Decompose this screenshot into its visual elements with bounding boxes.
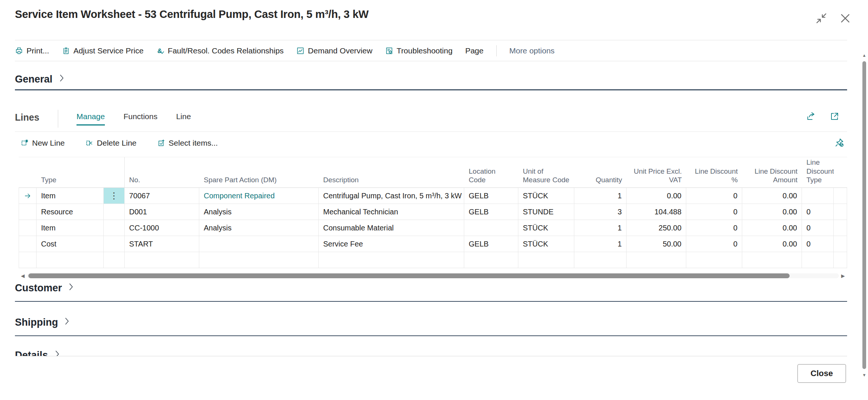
cell-description[interactable]: [319, 252, 464, 268]
cell-line-discount-type[interactable]: 0: [802, 236, 834, 252]
cell-unit-of-measure-code[interactable]: STÜCK: [518, 188, 574, 204]
cell-location-code[interactable]: GELB: [464, 188, 518, 204]
cell-description[interactable]: Consumable Material: [319, 220, 464, 236]
section-shipping[interactable]: Shipping: [15, 317, 71, 328]
column-header-unit-price-excl-vat[interactable]: Unit Price Excl. VAT: [627, 157, 686, 187]
unpin-icon[interactable]: [834, 137, 844, 148]
vscroll-thumb[interactable]: [862, 61, 866, 369]
cell-unit-price[interactable]: [627, 252, 686, 268]
cell-no[interactable]: 70067: [125, 188, 199, 204]
scroll-down-icon[interactable]: ▼: [861, 373, 867, 377]
cell-line-discount-pct[interactable]: [686, 252, 742, 268]
cell-quantity[interactable]: 3: [574, 204, 627, 220]
hscroll-thumb[interactable]: [28, 273, 790, 278]
cell-quantity[interactable]: 1: [574, 188, 627, 204]
cell-unit-price[interactable]: 104.488: [627, 204, 686, 220]
new-line-button[interactable]: New Line: [21, 139, 65, 148]
scroll-up-icon[interactable]: ▲: [861, 53, 867, 58]
cell-no[interactable]: D001: [125, 204, 199, 220]
cell-no[interactable]: [125, 252, 199, 268]
cell-no[interactable]: CC-1000: [125, 220, 199, 236]
section-details[interactable]: Details: [15, 350, 239, 356]
cell-type[interactable]: Resource: [37, 204, 104, 220]
action-page[interactable]: Page: [465, 46, 484, 55]
cell-location-code[interactable]: [464, 252, 518, 268]
table-row[interactable]: ResourceD001AnalysisMechanical Technicia…: [19, 204, 847, 220]
section-customer[interactable]: Customer: [15, 282, 75, 294]
cell-spare-part-action[interactable]: Analysis: [199, 220, 319, 236]
close-button[interactable]: Close: [797, 364, 846, 383]
action-print[interactable]: Print...: [15, 46, 49, 55]
cell-quantity[interactable]: 1: [574, 236, 627, 252]
horizontal-scrollbar[interactable]: ◀ ▶: [19, 273, 847, 279]
cell-unit-price[interactable]: 50.00: [627, 236, 686, 252]
cell-unit-of-measure-code[interactable]: STÜCK: [518, 236, 574, 252]
action-adjust-service-price[interactable]: Adjust Service Price: [62, 46, 144, 55]
cell-type[interactable]: Item: [37, 220, 104, 236]
table-row[interactable]: ItemCC-1000AnalysisConsumable MaterialST…: [19, 220, 847, 236]
cell-line-discount-pct[interactable]: 0: [686, 204, 742, 220]
row-options-icon[interactable]: ⋮: [104, 188, 125, 204]
cell-unit-of-measure-code[interactable]: STUNDE: [518, 204, 574, 220]
cell-no[interactable]: START: [125, 236, 199, 252]
cell-line-discount-pct[interactable]: 0: [686, 220, 742, 236]
column-header-line-discount-amount[interactable]: Line Discount Amount: [742, 157, 802, 187]
tab-functions[interactable]: Functions: [124, 112, 157, 125]
column-header-description[interactable]: Description: [319, 157, 464, 187]
cell-line-discount-amount[interactable]: 0.00: [742, 236, 802, 252]
cell-line-discount-amount[interactable]: 0.00: [742, 188, 802, 204]
cell-type[interactable]: Cost: [37, 236, 104, 252]
cell-spare-part-action[interactable]: [199, 252, 319, 268]
tab-line[interactable]: Line: [176, 112, 191, 125]
cell-unit-of-measure-code[interactable]: [518, 252, 574, 268]
cell-spare-part-action[interactable]: [199, 236, 319, 252]
select-items-button[interactable]: Select items...: [157, 139, 218, 148]
column-header-no[interactable]: No.: [125, 157, 199, 187]
cell-line-discount-amount[interactable]: 0.00: [742, 204, 802, 220]
hscroll-track[interactable]: [27, 273, 839, 278]
cell-type[interactable]: Item: [37, 188, 104, 204]
cell-unit-price[interactable]: 250.00: [627, 220, 686, 236]
cell-type[interactable]: [37, 252, 104, 268]
open-in-new-window-icon[interactable]: [830, 111, 840, 121]
action-fault-resol-codes-relationships[interactable]: &Fault/Resol. Codes Relationships: [156, 46, 284, 55]
cell-description[interactable]: Centrifugal Pump, Cast Iron, 5 m³/h, 3 k…: [319, 188, 464, 204]
cell-description[interactable]: Mechanical Technician: [319, 204, 464, 220]
cell-quantity[interactable]: 1: [574, 220, 627, 236]
cell-line-discount-amount[interactable]: 0.00: [742, 220, 802, 236]
cell-location-code[interactable]: GELB: [464, 236, 518, 252]
delete-line-button[interactable]: Delete Line: [85, 139, 137, 148]
action-troubleshooting[interactable]: Troubleshooting: [385, 46, 453, 55]
cell-line-discount-type[interactable]: 0: [802, 204, 834, 220]
column-header-type[interactable]: Type: [37, 157, 104, 187]
scroll-left-icon[interactable]: ◀: [19, 273, 27, 279]
table-row[interactable]: [19, 252, 847, 268]
cell-location-code[interactable]: GELB: [464, 204, 518, 220]
cell-line-discount-amount[interactable]: [742, 252, 802, 268]
cell-line-discount-type[interactable]: [802, 188, 834, 204]
restore-window-icon[interactable]: [813, 10, 830, 27]
cell-line-discount-type[interactable]: [802, 252, 834, 268]
cell-quantity[interactable]: [574, 252, 627, 268]
column-header-line-discount-type[interactable]: Line Discount Type: [802, 157, 834, 187]
cell-description[interactable]: Service Fee: [319, 236, 464, 252]
share-icon[interactable]: [806, 111, 816, 121]
column-header-line-discount[interactable]: Line Discount %: [686, 157, 742, 187]
cell-spare-part-action[interactable]: Analysis: [199, 204, 319, 220]
more-options-button[interactable]: More options: [509, 46, 555, 55]
column-header-unit-of-measure-code[interactable]: Unit of Measure Code: [518, 157, 574, 187]
table-row[interactable]: CostSTARTService FeeGELBSTÜCK150.0000.00…: [19, 236, 847, 252]
column-header-quantity[interactable]: Quantity: [574, 157, 627, 187]
cell-line-discount-type[interactable]: 0: [802, 220, 834, 236]
table-row[interactable]: Item⋮70067Component RepairedCentrifugal …: [19, 188, 847, 204]
cell-spare-part-action[interactable]: Component Repaired: [199, 188, 319, 204]
cell-unit-of-measure-code[interactable]: STÜCK: [518, 220, 574, 236]
cell-unit-price[interactable]: 0.00: [627, 188, 686, 204]
close-window-icon[interactable]: [837, 10, 854, 27]
cell-location-code[interactable]: [464, 220, 518, 236]
vertical-scrollbar[interactable]: ▲ ▼: [861, 53, 867, 381]
action-demand-overview[interactable]: Demand Overview: [296, 46, 372, 55]
cell-line-discount-pct[interactable]: 0: [686, 188, 742, 204]
tab-manage[interactable]: Manage: [77, 112, 105, 125]
scroll-right-icon[interactable]: ▶: [839, 273, 847, 279]
